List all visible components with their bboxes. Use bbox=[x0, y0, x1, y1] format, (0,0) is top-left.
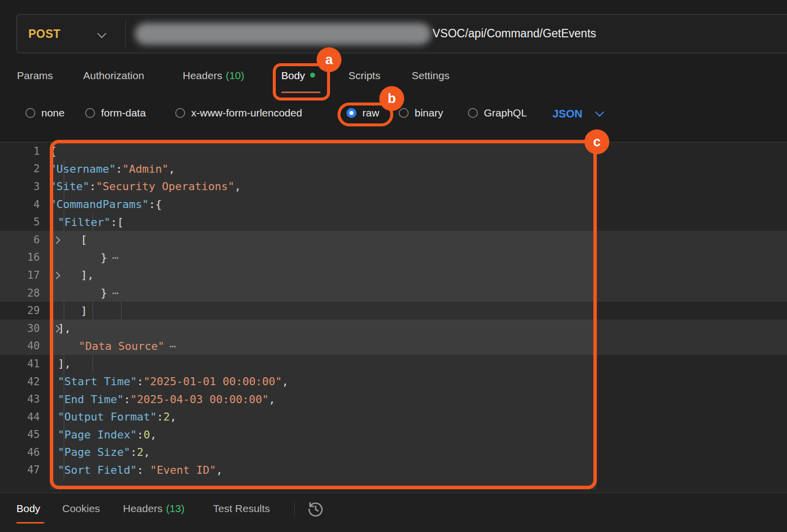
radio-icon bbox=[399, 108, 409, 118]
line-number: 5 bbox=[0, 216, 50, 228]
line-number: 6 bbox=[0, 234, 50, 246]
code-line: 40"Data Source"… bbox=[0, 337, 787, 355]
line-number: 28 bbox=[0, 287, 50, 299]
code-line: 28}… bbox=[0, 284, 787, 302]
code-text: { bbox=[50, 145, 56, 157]
code-line: 1{ bbox=[0, 142, 787, 160]
line-number: 47 bbox=[0, 464, 50, 476]
response-tab-cookies[interactable]: Cookies bbox=[62, 503, 100, 515]
code-text: }… bbox=[50, 251, 119, 264]
code-text: "End Time":"2025-04-03 00:00:00", bbox=[50, 393, 275, 406]
code-text: "Filter":[ bbox=[50, 216, 123, 228]
chevron-down-icon bbox=[595, 107, 604, 116]
line-number: 30 bbox=[0, 322, 50, 334]
line-number: 16 bbox=[0, 251, 50, 263]
code-text: "Site":"Security Operations", bbox=[50, 180, 241, 193]
code-text: "Page Index":0, bbox=[50, 428, 157, 441]
tab-label: Body bbox=[16, 503, 40, 514]
body-format-label: JSON bbox=[553, 107, 582, 120]
radio-label: none bbox=[41, 107, 65, 118]
radio-label: binary bbox=[415, 107, 443, 118]
tab-label: Cookies bbox=[62, 503, 100, 514]
code-text: ], bbox=[50, 357, 71, 370]
body-type-x-www-form-urlencoded[interactable]: x-www-form-urlencoded bbox=[175, 107, 302, 118]
tab-label: Test Results bbox=[213, 503, 270, 514]
code-line: 45"Page Index":0, bbox=[0, 426, 787, 444]
tab-label: Scripts bbox=[348, 70, 380, 81]
body-type-binary[interactable]: binary bbox=[399, 107, 443, 118]
tab-scripts[interactable]: Scripts bbox=[348, 70, 380, 82]
radio-icon bbox=[175, 108, 185, 118]
code-text: "CommandParams":{ bbox=[50, 198, 162, 211]
code-line: 16}… bbox=[0, 249, 787, 267]
tab-params[interactable]: Params bbox=[17, 70, 53, 82]
code-line: 17], bbox=[0, 266, 787, 284]
radio-label: GraphQL bbox=[484, 107, 527, 118]
response-tab-test-results[interactable]: Test Results bbox=[213, 503, 270, 515]
line-number: 40 bbox=[0, 340, 50, 352]
tab-headers[interactable]: Headers(10) bbox=[183, 70, 244, 82]
code-line: 42"Start Time":"2025-01-01 00:00:00", bbox=[0, 373, 787, 391]
radio-label: raw bbox=[362, 107, 379, 118]
url-text: VSOC/api/Command/GetEvents bbox=[433, 27, 596, 40]
history-icon[interactable] bbox=[306, 500, 325, 521]
code-line: 5"Filter":[ bbox=[0, 213, 787, 231]
tab-label: Headers bbox=[183, 70, 222, 81]
body-type-raw[interactable]: raw bbox=[346, 107, 379, 118]
code-line: 29] bbox=[0, 302, 787, 319]
code-text: "Page Size":2, bbox=[50, 446, 150, 458]
code-line: 2"Username":"Admin", bbox=[0, 160, 787, 178]
code-line: 47"Sort Field": "Event ID", bbox=[0, 461, 787, 479]
divider bbox=[294, 501, 295, 516]
body-type-form-data[interactable]: form-data bbox=[85, 107, 146, 118]
tab-body[interactable]: Body bbox=[281, 70, 315, 82]
radio-label: x-www-form-urlencoded bbox=[191, 107, 302, 118]
postman-window: POST VSOC/api/Command/GetEvents ParamsAu… bbox=[0, 0, 787, 532]
tab-count: (13) bbox=[166, 503, 184, 514]
line-number: 46 bbox=[0, 446, 50, 458]
line-number: 2 bbox=[0, 163, 50, 175]
url-redacted-blur bbox=[135, 23, 431, 45]
code-line: 30], bbox=[0, 319, 787, 337]
code-line: 43"End Time":"2025-04-03 00:00:00", bbox=[0, 390, 787, 408]
code-text: "Data Source"… bbox=[50, 340, 176, 352]
url-bar: POST VSOC/api/Command/GetEvents bbox=[16, 14, 787, 53]
line-number: 42 bbox=[0, 376, 50, 388]
code-line: 6[ bbox=[0, 231, 787, 249]
body-editor[interactable]: 1{2"Username":"Admin",3"Site":"Security … bbox=[0, 142, 787, 493]
tab-label: Headers bbox=[123, 503, 162, 514]
method-selector[interactable]: POST bbox=[17, 14, 125, 53]
line-number: 43 bbox=[0, 393, 50, 405]
radio-icon bbox=[85, 108, 95, 118]
tab-settings[interactable]: Settings bbox=[412, 70, 450, 82]
line-number: 29 bbox=[0, 305, 50, 317]
radio-icon bbox=[25, 108, 35, 118]
tab-label: Body bbox=[281, 70, 305, 81]
tab-label: Settings bbox=[412, 70, 450, 81]
code-text: "Sort Field": "Event ID", bbox=[50, 464, 223, 476]
method-label: POST bbox=[28, 27, 61, 41]
line-number: 44 bbox=[0, 411, 50, 423]
fold-ellipsis[interactable]: … bbox=[169, 337, 176, 350]
response-tab-body[interactable]: Body bbox=[16, 503, 40, 515]
code-line: 3"Site":"Security Operations", bbox=[0, 178, 787, 196]
line-number: 3 bbox=[0, 181, 50, 193]
body-type-none[interactable]: none bbox=[25, 107, 65, 118]
request-tabs: ParamsAuthorizationHeaders(10)BodyScript… bbox=[0, 53, 787, 100]
tab-label: Params bbox=[17, 70, 53, 81]
tab-count: (10) bbox=[225, 70, 244, 81]
line-number: 4 bbox=[0, 199, 50, 211]
response-tabs-bar: BodyCookiesHeaders(13)Test Results bbox=[0, 493, 787, 532]
body-format-dropdown[interactable]: JSON bbox=[553, 107, 603, 120]
code-line: 41], bbox=[0, 355, 787, 373]
fold-ellipsis[interactable]: … bbox=[112, 284, 119, 297]
code-text: "Username":"Admin", bbox=[50, 163, 175, 175]
radio-selected-icon bbox=[346, 108, 356, 118]
radio-label: form-data bbox=[101, 107, 146, 118]
body-type-graphql[interactable]: GraphQL bbox=[468, 107, 527, 118]
fold-ellipsis[interactable]: … bbox=[112, 249, 119, 261]
response-tab-headers[interactable]: Headers(13) bbox=[123, 503, 185, 515]
code-text: "Output Format":2, bbox=[50, 411, 176, 423]
tab-authorization[interactable]: Authorization bbox=[83, 70, 144, 82]
url-input[interactable]: VSOC/api/Command/GetEvents bbox=[126, 14, 787, 53]
